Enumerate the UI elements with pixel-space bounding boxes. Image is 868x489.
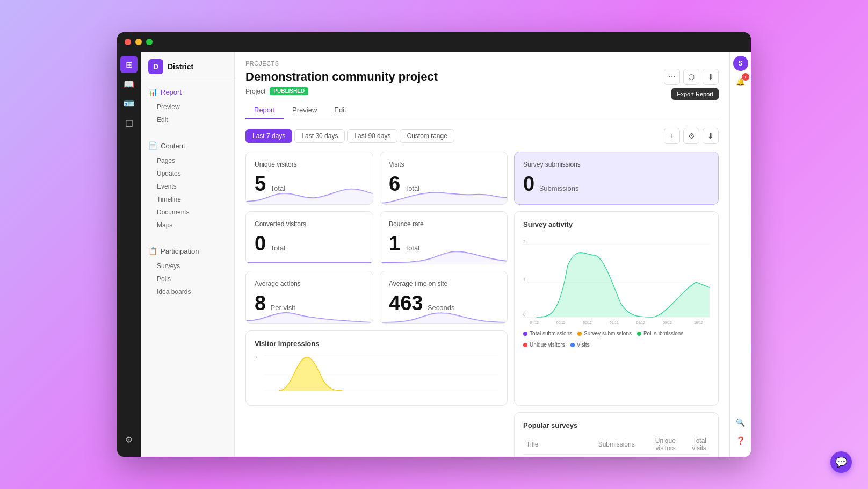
notification-button[interactable]: 🔔 1 [733,74,748,89]
col-title: Title [523,435,595,455]
header-actions: ⋯ ⬡ ⬇ Export Report [664,69,719,85]
visitor-impressions-title: Visitor impressions [255,340,498,348]
sidebar-item-participation-label: Participation [161,247,199,255]
maximize-button[interactable] [146,39,153,45]
sidebar-item-events[interactable]: Events [141,180,234,193]
content-subsection: Pages Updates Events Timeline Documents … [141,153,234,235]
page-title-row: Demonstration community project ⋯ ⬡ ⬇ Ex… [245,69,719,85]
more-options-button[interactable]: ⋯ [664,69,680,85]
svg-text:08/12: 08/12 [636,320,646,325]
tab-report[interactable]: Report [245,102,284,119]
visitor-impressions-chart: 3 [255,353,498,396]
report-icon: 📊 [148,88,157,96]
chat-fab[interactable]: 💬 [830,451,852,473]
col-unique-visitors: Unique visitors [638,435,679,455]
svg-text:09/12: 09/12 [663,320,672,325]
filter-7days[interactable]: Last 7 days [245,129,292,143]
legend-label-total: Total submissions [530,330,572,336]
export-button[interactable]: ⬇ [703,69,719,85]
preview-toggle-button[interactable]: ⬡ [683,69,699,85]
legend-dot-survey [577,332,582,336]
survey-activity-title: Survey activity [523,220,710,228]
sidebar-item-documents[interactable]: Documents [141,206,234,219]
search-button[interactable]: 🔍 [733,415,748,430]
converted-visitors-chart [246,242,373,264]
tab-edit[interactable]: Edit [326,102,355,119]
average-actions-card: Average actions 8 Per visit [245,271,373,324]
filter-custom[interactable]: Custom range [400,129,454,143]
sidebar-icon-book[interactable]: 📖 [120,75,138,92]
sidebar-item-edit[interactable]: Edit [141,113,234,126]
bounce-rate-chart [380,242,507,264]
download-button[interactable]: ⬇ [703,128,719,144]
avatar-letter: S [738,60,742,67]
legend-label-unique: Unique visitors [530,342,565,348]
sidebar-item-maps[interactable]: Maps [141,219,234,232]
scroll-area: Last 7 days Last 30 days Last 90 days Cu… [235,119,729,457]
sidebar-item-content[interactable]: 📄 Content [141,138,234,153]
titlebar [117,32,751,52]
visits-card: Visits 6 Total [380,152,508,205]
report-subsection: Preview Edit [141,99,234,130]
visitor-impressions-card: Visitor impressions 3 [245,330,508,406]
svg-text:05/12: 05/12 [556,320,566,325]
sidebar-item-report-label: Report [161,88,182,96]
survey-submissions-title: Survey submissions [523,161,710,168]
col-total-visits: Total visits [679,435,710,455]
sidebar-icon-layers[interactable]: ◫ [120,114,138,131]
filter-30days[interactable]: Last 30 days [294,129,345,143]
export-tooltip: Export Report [671,88,719,100]
legend-unique-visitors: Unique visitors [523,342,565,348]
average-time-title: Average time on site [389,280,498,287]
sidebar-item-pages[interactable]: Pages [141,154,234,167]
survey-activity-chart: 2 1 0 04/12 05/12 06/12 02/12 08/12 [523,234,710,325]
tab-preview[interactable]: Preview [284,102,326,119]
filter-90days[interactable]: Last 90 days [347,129,397,143]
minimize-button[interactable] [135,39,142,45]
legend-label-survey: Survey submissions [584,330,632,336]
avatar[interactable]: S [733,56,748,71]
survey-submissions-value: 0 [523,172,534,195]
sidebar-item-idea-boards[interactable]: Idea boards [141,285,234,298]
nav-logo-letter: D [153,62,158,71]
sidebar-item-report[interactable]: 📊 Report [141,84,234,99]
sidebar-item-updates[interactable]: Updates [141,167,234,180]
legend-total-submissions: Total submissions [523,330,572,336]
bounce-rate-card: Bounce rate 1 Total [380,211,508,264]
survey-title-cell: Initial thoughts on the proposal [523,455,595,457]
right-bar-bottom: 🔍 ❓ [733,415,748,452]
right-bar-top: S 🔔 1 [733,56,748,412]
svg-text:06/12: 06/12 [583,320,592,325]
add-button[interactable]: + [664,128,680,144]
svg-text:02/12: 02/12 [610,320,619,325]
participation-icon: 📋 [148,247,157,255]
sidebar-icon-home[interactable]: ⊞ [120,56,138,73]
main-layout: ⊞ 📖 🪪 ◫ ⚙ D District 📊 Report [117,52,751,457]
icon-sidebar: ⊞ 📖 🪪 ◫ ⚙ [117,52,141,457]
sidebar-item-content-label: Content [161,142,185,150]
average-actions-title: Average actions [255,280,364,287]
legend-survey-submissions: Survey submissions [577,330,632,336]
sidebar-item-participation[interactable]: 📋 Participation [141,243,234,258]
help-button[interactable]: ❓ [733,433,748,448]
left-nav-header: D District [141,52,234,80]
close-button[interactable] [125,39,131,45]
sidebar-item-surveys[interactable]: Surveys [141,260,234,272]
settings-filter-button[interactable]: ⚙ [683,128,699,144]
nav-section-content: 📄 Content Pages Updates Events Timeline … [141,134,234,239]
svg-text:0: 0 [523,312,526,317]
nav-section-report: 📊 Report Preview Edit [141,80,234,134]
sidebar-item-polls[interactable]: Polls [141,272,234,285]
col-submissions: Submissions [595,435,638,455]
sidebar-item-timeline[interactable]: Timeline [141,193,234,206]
average-time-card: Average time on site 463 Seconds [380,271,508,324]
table-row: Initial thoughts on the proposal 5 0 0 [523,455,710,457]
sidebar-icon-id[interactable]: 🪪 [120,95,138,112]
svg-text:3: 3 [255,355,257,359]
sidebar-icon-settings[interactable]: ⚙ [120,431,138,448]
nav-brand: District [168,62,193,71]
project-label: Project [245,88,265,95]
sidebar-item-preview[interactable]: Preview [141,100,234,113]
chart-legend: Total submissions Survey submissions Pol… [523,330,710,348]
unique-visitors-chart [246,183,373,204]
